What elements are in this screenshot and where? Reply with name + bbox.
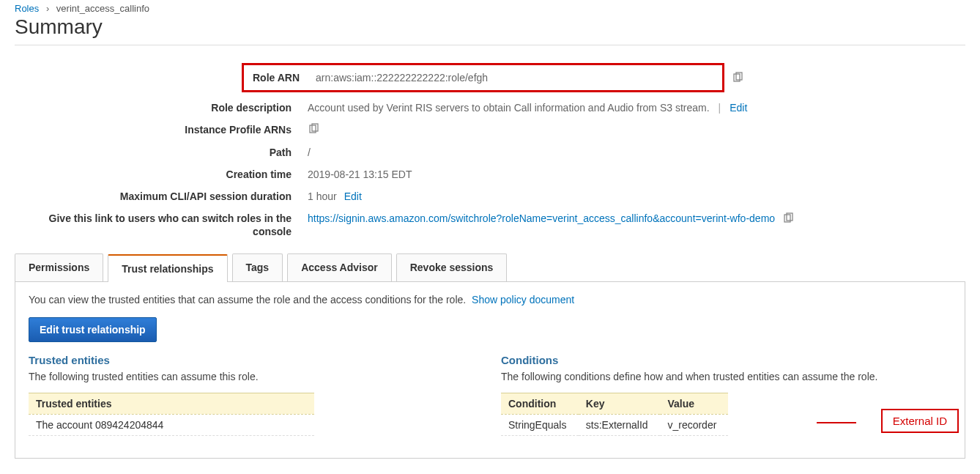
- switch-link-label: Give this link to users who can switch r…: [15, 212, 308, 238]
- edit-description-link[interactable]: Edit: [730, 101, 747, 114]
- max-session-value: 1 hour: [308, 190, 337, 203]
- page-title: Summary: [15, 15, 965, 45]
- external-id-annotation: External ID: [881, 409, 959, 433]
- cond-header-condition: Condition: [501, 393, 579, 414]
- conditions-table: Condition Key Value StringEquals sts:Ext…: [501, 393, 728, 436]
- trusted-entities-heading: Trusted entities: [29, 354, 479, 366]
- breadcrumb-roles-link[interactable]: Roles: [15, 3, 39, 14]
- breadcrumb: Roles › verint_access_callinfo: [15, 0, 965, 15]
- trusted-account-cell: The account 089424204844: [29, 414, 314, 435]
- cond-cell-key: sts:ExternalId: [579, 414, 661, 435]
- copy-icon[interactable]: [308, 123, 319, 135]
- trusted-entities-sub: The following trusted entities can assum…: [29, 371, 479, 382]
- tab-permissions[interactable]: Permissions: [15, 253, 103, 281]
- path-value: /: [308, 146, 311, 159]
- tab-content-trust: You can view the trusted entities that c…: [15, 282, 965, 459]
- role-arn-value: arn:aws:iam::222222222222:role/efgh: [316, 71, 488, 84]
- annotation-line: [817, 422, 856, 423]
- breadcrumb-current: verint_access_callinfo: [56, 3, 149, 14]
- cond-cell-value: v_recorder: [660, 414, 728, 435]
- instance-profile-label: Instance Profile ARNs: [15, 123, 308, 136]
- edit-trust-button[interactable]: Edit trust relationship: [29, 317, 157, 342]
- tab-trust-relationships[interactable]: Trust relationships: [108, 254, 227, 282]
- creation-time-value: 2019-08-21 13:15 EDT: [308, 168, 412, 181]
- role-description-value: Account used by Verint RIS servers to ob…: [308, 101, 710, 114]
- table-row: StringEquals sts:ExternalId v_recorder: [501, 414, 728, 435]
- role-arn-highlight: Role ARN arn:aws:iam::222222222222:role/…: [242, 63, 724, 92]
- path-label: Path: [15, 146, 308, 159]
- chevron-right-icon: ›: [46, 3, 49, 14]
- summary-table: . Role ARN arn:aws:iam::222222222222:rol…: [15, 59, 965, 243]
- max-session-label: Maximum CLI/API session duration: [15, 190, 308, 203]
- table-row: The account 089424204844: [29, 414, 314, 435]
- role-description-label: Role description: [15, 101, 308, 114]
- trusted-entities-table: Trusted entities The account 08942420484…: [29, 393, 314, 436]
- trust-description: You can view the trusted entities that c…: [29, 294, 951, 305]
- creation-time-label: Creation time: [15, 168, 308, 181]
- conditions-heading: Conditions: [501, 354, 951, 366]
- tab-revoke-sessions[interactable]: Revoke sessions: [396, 253, 508, 281]
- cond-header-value: Value: [660, 393, 728, 414]
- tabs: Permissions Trust relationships Tags Acc…: [15, 253, 965, 282]
- role-arn-label: Role ARN: [253, 71, 300, 84]
- tab-access-advisor[interactable]: Access Advisor: [287, 253, 392, 281]
- cond-header-key: Key: [579, 393, 661, 414]
- edit-session-link[interactable]: Edit: [344, 190, 362, 203]
- switch-role-link[interactable]: https://signin.aws.amazon.com/switchrole…: [308, 212, 775, 225]
- tab-tags[interactable]: Tags: [232, 253, 283, 281]
- conditions-sub: The following conditions define how and …: [501, 371, 951, 382]
- copy-icon[interactable]: [782, 212, 794, 224]
- copy-icon[interactable]: [732, 72, 743, 84]
- cond-cell-condition: StringEquals: [501, 414, 579, 435]
- trusted-entities-header: Trusted entities: [29, 393, 314, 414]
- show-policy-link[interactable]: Show policy document: [472, 294, 574, 305]
